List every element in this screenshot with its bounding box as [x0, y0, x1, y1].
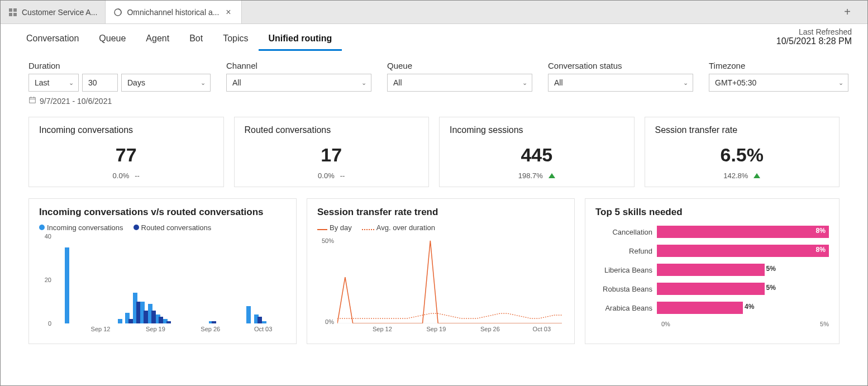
calendar-icon [28, 96, 36, 106]
chart-row: Incoming conversations v/s routed conver… [1, 187, 867, 355]
trend-up-icon [549, 173, 555, 178]
skill-label: Robusta Beans [595, 285, 657, 293]
duration-mode-select[interactable]: Last⌄ [28, 74, 79, 92]
chevron-down-icon: ⌄ [522, 79, 527, 87]
nav-agent[interactable]: Agent [136, 27, 179, 51]
skill-value: 5% [766, 284, 776, 292]
bar [262, 321, 266, 323]
bar [151, 311, 156, 323]
channel-select[interactable]: All⌄ [226, 74, 371, 92]
chevron-down-icon: ⌄ [683, 79, 688, 87]
duration-value-select[interactable]: 30 [82, 74, 118, 92]
filter-label-timezone: Timezone [709, 61, 848, 70]
nav-conversation[interactable]: Conversation [16, 27, 89, 51]
skill-bar [657, 264, 765, 276]
skill-label: Liberica Beans [595, 266, 657, 274]
last-refreshed: Last Refreshed 10/5/2021 8:28 PM [776, 27, 852, 46]
skill-bar [657, 302, 743, 314]
filter-bar: Duration Last⌄ 30 Days⌄ Channel All⌄ Que… [1, 51, 867, 92]
filter-label-duration: Duration [28, 61, 211, 70]
chart-legend: Incoming conversations Routed conversati… [39, 223, 286, 232]
skill-row: Cancellation8% [595, 223, 829, 240]
svg-rect-1 [13, 8, 17, 12]
chart-top-skills: Top 5 skills needed Cancellation8%Refund… [585, 198, 840, 344]
bar [128, 319, 133, 323]
line-chart: 50% 0% Sep 12 Sep 19 Sep 26 Oct 03 [317, 236, 564, 337]
bar [159, 317, 163, 323]
svg-rect-3 [13, 13, 17, 16]
kpi-session-transfer-rate: Session transfer rate 6.5% 142.8% [645, 117, 840, 187]
duration-unit-select[interactable]: Days⌄ [121, 74, 211, 92]
tab-label: Customer Service A... [22, 8, 97, 17]
chevron-down-icon: ⌄ [201, 79, 206, 87]
tab-customer-service[interactable]: Customer Service A... [1, 1, 106, 23]
skill-value: 4% [745, 303, 754, 311]
tab-omnichannel[interactable]: Omnichannel historical a... × [106, 1, 241, 23]
kpi-incoming-conversations: Incoming conversations 77 0.0%-- [28, 117, 224, 187]
date-range-text: 9/7/2021 - 10/6/2021 [40, 97, 112, 106]
kpi-incoming-sessions: Incoming sessions 445 198.7% [439, 117, 635, 187]
skill-value: 8% [816, 246, 826, 254]
chevron-down-icon: ⌄ [361, 79, 366, 87]
nav-queue[interactable]: Queue [89, 27, 136, 51]
nav-bot[interactable]: Bot [179, 27, 213, 51]
filter-label-queue: Queue [387, 61, 532, 70]
chart-incoming-vs-routed: Incoming conversations v/s routed conver… [28, 198, 297, 344]
tab-label: Omnichannel historical a... [127, 8, 219, 17]
skill-row: Refund8% [595, 242, 829, 259]
svg-rect-5 [30, 98, 36, 103]
kpi-row: Incoming conversations 77 0.0%-- Routed … [1, 106, 867, 187]
analytics-icon [113, 8, 122, 17]
close-icon[interactable]: × [223, 7, 233, 17]
skill-bar [657, 245, 829, 257]
last-refreshed-time: 10/5/2021 8:28 PM [776, 36, 852, 46]
bar [136, 302, 141, 323]
svg-rect-0 [9, 8, 12, 12]
last-refreshed-label: Last Refreshed [776, 27, 852, 36]
chevron-down-icon: ⌄ [69, 79, 74, 87]
bar [166, 321, 171, 323]
date-range-display: 9/7/2021 - 10/6/2021 [1, 92, 867, 106]
skill-value: 5% [766, 265, 776, 273]
chart-legend: By day Avg. over duration [317, 223, 564, 232]
skill-row: Liberica Beans5% [595, 261, 829, 278]
bar [246, 306, 251, 323]
bar [118, 319, 122, 323]
skill-row: Robusta Beans5% [595, 280, 829, 297]
timezone-select[interactable]: GMT+05:30⌄ [709, 74, 848, 92]
bar [212, 321, 216, 323]
svg-rect-2 [9, 13, 12, 16]
bar [144, 311, 148, 323]
kpi-routed-conversations: Routed conversations 17 0.0%-- [234, 117, 430, 187]
status-select[interactable]: All⌄ [548, 74, 693, 92]
filter-label-channel: Channel [226, 61, 371, 70]
skill-label: Cancellation [595, 228, 657, 236]
bar [65, 247, 69, 324]
skill-bar [657, 283, 765, 295]
bar-chart: 40 20 0 Sep 12 Sep 19 Sep 26 Oct 03 [39, 236, 286, 337]
app-icon [8, 8, 17, 17]
chart-transfer-rate-trend: Session transfer rate trend By day Avg. … [307, 198, 575, 344]
window-tab-bar: Customer Service A... Omnichannel histor… [1, 1, 867, 24]
skill-row: Arabica Beans4% [595, 299, 829, 316]
report-nav: Conversation Queue Agent Bot Topics Unif… [1, 24, 867, 51]
nav-topics[interactable]: Topics [213, 27, 258, 51]
filter-label-status: Conversation status [548, 61, 693, 70]
queue-select[interactable]: All⌄ [387, 74, 532, 92]
skill-bar [657, 226, 829, 238]
skill-label: Arabica Beans [595, 304, 657, 312]
chevron-down-icon: ⌄ [838, 79, 843, 87]
skills-bars: Cancellation8%Refund8%Liberica Beans5%Ro… [595, 223, 829, 316]
skill-label: Refund [595, 247, 657, 255]
bar [257, 317, 262, 323]
new-tab-button[interactable]: + [838, 3, 856, 21]
skill-value: 8% [816, 227, 826, 235]
nav-unified-routing[interactable]: Unified routing [259, 27, 342, 51]
trend-up-icon [753, 173, 760, 178]
